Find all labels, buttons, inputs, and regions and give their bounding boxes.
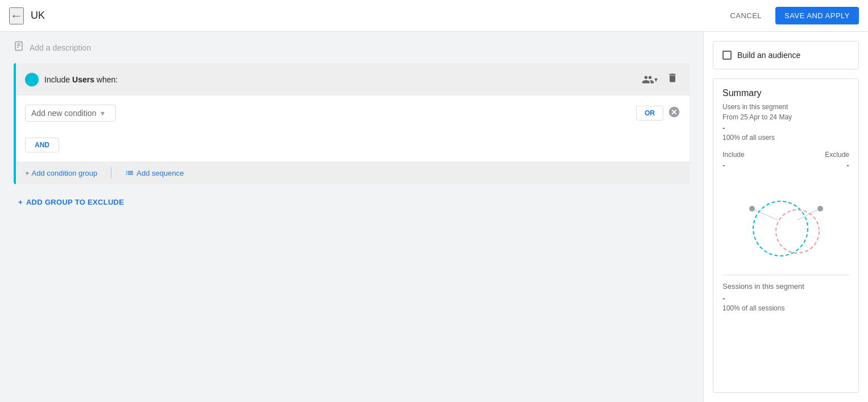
include-text: Include Users when: bbox=[44, 75, 118, 84]
summary-divider bbox=[722, 275, 849, 275]
remove-condition-button[interactable] bbox=[668, 106, 680, 121]
add-sequence-label: Add sequence bbox=[136, 169, 184, 177]
include-header: Include Users when: ▾ bbox=[16, 63, 690, 96]
add-condition-group-label: Add condition group bbox=[32, 169, 98, 177]
svg-point-4 bbox=[749, 206, 755, 212]
plus-icon-exclude: + bbox=[18, 198, 23, 206]
add-sequence-button[interactable]: Add sequence bbox=[125, 168, 184, 177]
sessions-dash: - bbox=[722, 294, 849, 303]
users-word: Users bbox=[72, 75, 94, 84]
back-icon: ← bbox=[10, 9, 23, 23]
right-panel: Build an audience Summary Users in this … bbox=[703, 32, 868, 402]
and-button[interactable]: AND bbox=[25, 138, 59, 152]
sessions-pct: 100% of all sessions bbox=[722, 304, 849, 312]
include-value: - bbox=[722, 161, 725, 170]
sessions-title: Sessions in this segment bbox=[722, 282, 849, 291]
add-condition-label: Add new condition bbox=[31, 109, 96, 118]
exclude-value: - bbox=[846, 161, 849, 170]
summary-users-dash: - bbox=[722, 123, 849, 132]
chevron-down-icon: ▾ bbox=[654, 76, 658, 84]
teal-circle bbox=[25, 73, 39, 86]
description-row: Add a description bbox=[14, 41, 690, 54]
condition-row: Add new condition ▾ OR bbox=[25, 105, 680, 122]
add-condition-group-button[interactable]: + Add condition group bbox=[25, 169, 97, 177]
header-actions: CANCEL SAVE AND APPLY bbox=[723, 7, 859, 24]
exclude-label: ADD GROUP TO EXCLUDE bbox=[26, 198, 124, 206]
delete-icon-button[interactable] bbox=[665, 70, 680, 89]
main-layout: Add a description Include Users when: bbox=[0, 32, 868, 402]
include-header-left: Include Users when: bbox=[25, 73, 118, 86]
venn-diagram bbox=[722, 175, 849, 266]
header: ← UK CANCEL SAVE AND APPLY bbox=[0, 0, 868, 32]
description-icon bbox=[14, 41, 24, 54]
group-footer: + Add condition group Add sequence bbox=[16, 161, 690, 184]
summary-date-range: From 25 Apr to 24 May bbox=[722, 113, 849, 121]
or-button[interactable]: OR bbox=[636, 106, 663, 121]
and-row: AND bbox=[16, 138, 690, 161]
include-word: Include bbox=[44, 75, 70, 84]
condition-body: Add new condition ▾ OR bbox=[16, 96, 690, 138]
page-title: UK bbox=[31, 10, 45, 22]
build-audience-box[interactable]: Build an audience bbox=[713, 41, 859, 69]
footer-divider bbox=[111, 167, 111, 179]
inc-exc-label-row: Include Exclude bbox=[722, 151, 849, 159]
dropdown-arrow-icon: ▾ bbox=[101, 109, 105, 118]
inc-exc-value-row: - - bbox=[722, 161, 849, 170]
svg-point-5 bbox=[817, 206, 823, 212]
save-and-apply-button[interactable]: SAVE AND APPLY bbox=[775, 7, 859, 24]
include-header-right: ▾ bbox=[639, 70, 680, 89]
summary-date-range-label: Users in this segment bbox=[722, 103, 849, 111]
build-audience-label: Build an audience bbox=[737, 51, 800, 60]
cancel-button[interactable]: CANCEL bbox=[723, 7, 769, 24]
exclude-btn-row: + ADD GROUP TO EXCLUDE bbox=[14, 189, 690, 215]
people-icon-button[interactable]: ▾ bbox=[639, 71, 660, 88]
add-condition-dropdown[interactable]: Add new condition ▾ bbox=[25, 105, 116, 122]
add-group-to-exclude-button[interactable]: + ADD GROUP TO EXCLUDE bbox=[18, 198, 124, 206]
description-placeholder[interactable]: Add a description bbox=[30, 43, 91, 52]
svg-point-9 bbox=[776, 210, 819, 253]
svg-line-6 bbox=[755, 210, 778, 220]
summary-users-pct: 100% of all users bbox=[722, 134, 849, 142]
exclude-label-summary: Exclude bbox=[825, 151, 849, 159]
build-audience-checkbox[interactable] bbox=[722, 51, 732, 60]
include-label: Include bbox=[722, 151, 745, 159]
summary-box: Summary Users in this segment From 25 Ap… bbox=[713, 78, 859, 393]
include-group: Include Users when: ▾ bbox=[14, 63, 690, 184]
back-button[interactable]: ← bbox=[9, 7, 24, 24]
plus-icon-condition: + bbox=[25, 169, 30, 177]
summary-title: Summary bbox=[722, 88, 849, 98]
left-content: Add a description Include Users when: bbox=[0, 32, 703, 402]
when-word: when: bbox=[97, 75, 118, 84]
